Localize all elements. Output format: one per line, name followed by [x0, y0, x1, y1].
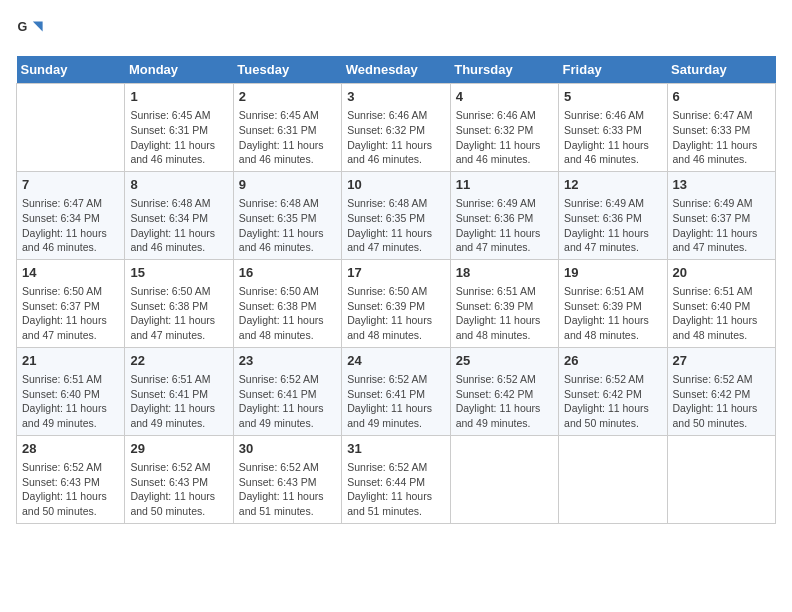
day-number: 30: [239, 440, 336, 458]
day-number: 3: [347, 88, 444, 106]
day-info: Sunrise: 6:48 AMSunset: 6:34 PMDaylight:…: [130, 196, 227, 255]
day-info: Sunrise: 6:52 AMSunset: 6:41 PMDaylight:…: [239, 372, 336, 431]
day-number: 15: [130, 264, 227, 282]
calendar-cell: 29Sunrise: 6:52 AMSunset: 6:43 PMDayligh…: [125, 435, 233, 523]
calendar-cell: 25Sunrise: 6:52 AMSunset: 6:42 PMDayligh…: [450, 347, 558, 435]
day-info: Sunrise: 6:49 AMSunset: 6:37 PMDaylight:…: [673, 196, 770, 255]
day-number: 17: [347, 264, 444, 282]
calendar-cell: 28Sunrise: 6:52 AMSunset: 6:43 PMDayligh…: [17, 435, 125, 523]
day-number: 26: [564, 352, 661, 370]
calendar-cell: [450, 435, 558, 523]
day-number: 31: [347, 440, 444, 458]
calendar-cell: 2Sunrise: 6:45 AMSunset: 6:31 PMDaylight…: [233, 84, 341, 172]
header-monday: Monday: [125, 56, 233, 84]
day-number: 22: [130, 352, 227, 370]
calendar-cell: 1Sunrise: 6:45 AMSunset: 6:31 PMDaylight…: [125, 84, 233, 172]
day-info: Sunrise: 6:52 AMSunset: 6:42 PMDaylight:…: [673, 372, 770, 431]
header-tuesday: Tuesday: [233, 56, 341, 84]
day-number: 7: [22, 176, 119, 194]
day-number: 13: [673, 176, 770, 194]
day-info: Sunrise: 6:46 AMSunset: 6:33 PMDaylight:…: [564, 108, 661, 167]
day-info: Sunrise: 6:51 AMSunset: 6:40 PMDaylight:…: [22, 372, 119, 431]
day-info: Sunrise: 6:52 AMSunset: 6:43 PMDaylight:…: [239, 460, 336, 519]
header-saturday: Saturday: [667, 56, 775, 84]
calendar-cell: 14Sunrise: 6:50 AMSunset: 6:37 PMDayligh…: [17, 259, 125, 347]
svg-marker-1: [33, 22, 43, 32]
day-number: 14: [22, 264, 119, 282]
day-info: Sunrise: 6:45 AMSunset: 6:31 PMDaylight:…: [130, 108, 227, 167]
calendar-cell: 21Sunrise: 6:51 AMSunset: 6:40 PMDayligh…: [17, 347, 125, 435]
calendar-cell: 19Sunrise: 6:51 AMSunset: 6:39 PMDayligh…: [559, 259, 667, 347]
calendar-cell: 5Sunrise: 6:46 AMSunset: 6:33 PMDaylight…: [559, 84, 667, 172]
day-number: 10: [347, 176, 444, 194]
calendar-cell: 17Sunrise: 6:50 AMSunset: 6:39 PMDayligh…: [342, 259, 450, 347]
calendar-cell: 9Sunrise: 6:48 AMSunset: 6:35 PMDaylight…: [233, 171, 341, 259]
day-number: 6: [673, 88, 770, 106]
day-info: Sunrise: 6:52 AMSunset: 6:42 PMDaylight:…: [564, 372, 661, 431]
calendar-cell: 27Sunrise: 6:52 AMSunset: 6:42 PMDayligh…: [667, 347, 775, 435]
day-info: Sunrise: 6:46 AMSunset: 6:32 PMDaylight:…: [456, 108, 553, 167]
day-info: Sunrise: 6:50 AMSunset: 6:38 PMDaylight:…: [239, 284, 336, 343]
day-number: 24: [347, 352, 444, 370]
day-info: Sunrise: 6:46 AMSunset: 6:32 PMDaylight:…: [347, 108, 444, 167]
week-row-2: 7Sunrise: 6:47 AMSunset: 6:34 PMDaylight…: [17, 171, 776, 259]
header-wednesday: Wednesday: [342, 56, 450, 84]
day-info: Sunrise: 6:52 AMSunset: 6:43 PMDaylight:…: [130, 460, 227, 519]
day-info: Sunrise: 6:49 AMSunset: 6:36 PMDaylight:…: [564, 196, 661, 255]
calendar-cell: 7Sunrise: 6:47 AMSunset: 6:34 PMDaylight…: [17, 171, 125, 259]
day-number: 9: [239, 176, 336, 194]
svg-text:G: G: [17, 20, 27, 34]
calendar-cell: 12Sunrise: 6:49 AMSunset: 6:36 PMDayligh…: [559, 171, 667, 259]
day-info: Sunrise: 6:52 AMSunset: 6:42 PMDaylight:…: [456, 372, 553, 431]
day-number: 1: [130, 88, 227, 106]
day-number: 16: [239, 264, 336, 282]
day-info: Sunrise: 6:47 AMSunset: 6:33 PMDaylight:…: [673, 108, 770, 167]
calendar-cell: 8Sunrise: 6:48 AMSunset: 6:34 PMDaylight…: [125, 171, 233, 259]
day-number: 5: [564, 88, 661, 106]
day-info: Sunrise: 6:51 AMSunset: 6:41 PMDaylight:…: [130, 372, 227, 431]
calendar-cell: 30Sunrise: 6:52 AMSunset: 6:43 PMDayligh…: [233, 435, 341, 523]
calendar-cell: 24Sunrise: 6:52 AMSunset: 6:41 PMDayligh…: [342, 347, 450, 435]
calendar-cell: [667, 435, 775, 523]
page-header: G: [16, 16, 776, 44]
calendar-cell: 3Sunrise: 6:46 AMSunset: 6:32 PMDaylight…: [342, 84, 450, 172]
day-number: 21: [22, 352, 119, 370]
day-number: 8: [130, 176, 227, 194]
day-info: Sunrise: 6:51 AMSunset: 6:39 PMDaylight:…: [564, 284, 661, 343]
day-number: 18: [456, 264, 553, 282]
calendar-cell: 20Sunrise: 6:51 AMSunset: 6:40 PMDayligh…: [667, 259, 775, 347]
day-info: Sunrise: 6:52 AMSunset: 6:41 PMDaylight:…: [347, 372, 444, 431]
day-info: Sunrise: 6:49 AMSunset: 6:36 PMDaylight:…: [456, 196, 553, 255]
calendar-cell: 26Sunrise: 6:52 AMSunset: 6:42 PMDayligh…: [559, 347, 667, 435]
day-number: 20: [673, 264, 770, 282]
day-number: 19: [564, 264, 661, 282]
day-info: Sunrise: 6:47 AMSunset: 6:34 PMDaylight:…: [22, 196, 119, 255]
day-number: 12: [564, 176, 661, 194]
day-number: 29: [130, 440, 227, 458]
day-number: 11: [456, 176, 553, 194]
logo: G: [16, 16, 46, 44]
day-info: Sunrise: 6:51 AMSunset: 6:40 PMDaylight:…: [673, 284, 770, 343]
day-info: Sunrise: 6:52 AMSunset: 6:43 PMDaylight:…: [22, 460, 119, 519]
day-info: Sunrise: 6:50 AMSunset: 6:37 PMDaylight:…: [22, 284, 119, 343]
day-number: 27: [673, 352, 770, 370]
week-row-5: 28Sunrise: 6:52 AMSunset: 6:43 PMDayligh…: [17, 435, 776, 523]
calendar-cell: 16Sunrise: 6:50 AMSunset: 6:38 PMDayligh…: [233, 259, 341, 347]
day-info: Sunrise: 6:45 AMSunset: 6:31 PMDaylight:…: [239, 108, 336, 167]
calendar-cell: 4Sunrise: 6:46 AMSunset: 6:32 PMDaylight…: [450, 84, 558, 172]
calendar-cell: 18Sunrise: 6:51 AMSunset: 6:39 PMDayligh…: [450, 259, 558, 347]
day-number: 25: [456, 352, 553, 370]
calendar-cell: [559, 435, 667, 523]
header-sunday: Sunday: [17, 56, 125, 84]
calendar-cell: 6Sunrise: 6:47 AMSunset: 6:33 PMDaylight…: [667, 84, 775, 172]
calendar-cell: 15Sunrise: 6:50 AMSunset: 6:38 PMDayligh…: [125, 259, 233, 347]
day-info: Sunrise: 6:50 AMSunset: 6:39 PMDaylight:…: [347, 284, 444, 343]
calendar-cell: 22Sunrise: 6:51 AMSunset: 6:41 PMDayligh…: [125, 347, 233, 435]
day-info: Sunrise: 6:48 AMSunset: 6:35 PMDaylight:…: [347, 196, 444, 255]
header-row: SundayMondayTuesdayWednesdayThursdayFrid…: [17, 56, 776, 84]
header-friday: Friday: [559, 56, 667, 84]
calendar-table: SundayMondayTuesdayWednesdayThursdayFrid…: [16, 56, 776, 524]
calendar-cell: [17, 84, 125, 172]
calendar-cell: 13Sunrise: 6:49 AMSunset: 6:37 PMDayligh…: [667, 171, 775, 259]
calendar-cell: 11Sunrise: 6:49 AMSunset: 6:36 PMDayligh…: [450, 171, 558, 259]
